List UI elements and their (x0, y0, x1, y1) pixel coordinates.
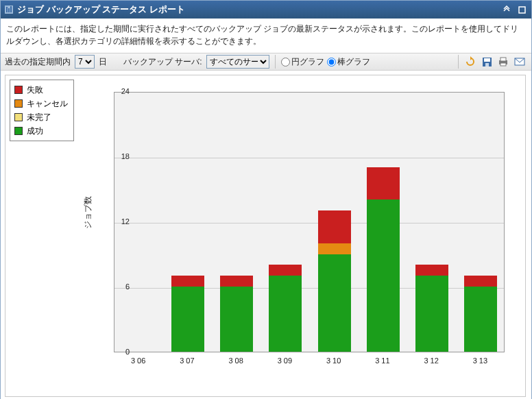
legend-swatch-success (14, 127, 23, 135)
bar-segment-fail (464, 276, 497, 287)
legend-item-incomplete: 未完了 (14, 110, 68, 124)
svg-rect-9 (500, 58, 506, 61)
bar-segment-cancel (318, 243, 351, 254)
legend: 失敗 キャンセル 未完了 成功 (10, 80, 74, 141)
bar-segment-success (220, 287, 253, 352)
email-icon[interactable] (513, 56, 526, 68)
svg-rect-6 (484, 58, 490, 62)
period-unit: 日 (99, 56, 107, 68)
chart-area: 失敗 キャンセル 未完了 成功 ジョブ数 06121824 3 063 073 (5, 75, 526, 397)
bar-segment-fail (415, 265, 448, 276)
x-tick-label: 3 06 (131, 356, 145, 365)
bar-radio-label[interactable]: 棒グラフ (327, 56, 370, 68)
x-tick-label: 3 13 (473, 356, 487, 365)
bar-segment-fail (318, 210, 351, 243)
y-axis-label: ジョブ数 (82, 196, 94, 229)
save-icon[interactable] (481, 56, 493, 68)
y-tick-label: 0 (102, 348, 130, 356)
bar-segment-fail (220, 276, 253, 287)
legend-item-fail: 失敗 (14, 83, 68, 97)
toolbar: 過去の指定期間内 7 日 バックアップ サーバ: すべてのサーバ 円グラフ 棒グ… (1, 53, 531, 71)
report-icon (5, 5, 13, 14)
report-description: このレポートには、指定した期間に実行されたすべてのバックアップ ジョブの最新ステ… (1, 19, 531, 53)
bar-segment-success (269, 276, 302, 352)
server-label: バックアップ サーバ: (123, 56, 202, 68)
bar-column (415, 265, 448, 352)
x-tick-label: 3 09 (278, 356, 292, 365)
pie-radio[interactable] (281, 58, 290, 66)
svg-rect-4 (519, 7, 525, 13)
svg-rect-3 (10, 6, 12, 12)
plot-area (114, 92, 505, 352)
pie-radio-label[interactable]: 円グラフ (281, 56, 324, 68)
bar-segment-success (464, 287, 497, 352)
bar-column (171, 276, 204, 352)
svg-rect-7 (485, 63, 489, 66)
period-label: 過去の指定期間内 (5, 56, 71, 68)
legend-swatch-fail (14, 86, 23, 94)
y-tick-label: 6 (102, 282, 130, 291)
maximize-icon[interactable] (516, 4, 527, 15)
x-tick-label: 3 07 (180, 356, 194, 365)
toolbar-separator-2 (458, 55, 459, 69)
bar-column (464, 276, 497, 352)
x-tick-label: 3 10 (326, 356, 341, 365)
x-tick-label: 3 08 (228, 356, 243, 365)
legend-label-incomplete: 未完了 (27, 112, 51, 123)
pie-radio-text: 円グラフ (291, 56, 324, 68)
bar-segment-success (367, 200, 400, 352)
chart-type-group: 円グラフ 棒グラフ (281, 56, 370, 68)
y-tick-label: 18 (102, 152, 130, 160)
svg-rect-1 (6, 7, 8, 12)
page-title: ジョブ バックアップ ステータス レポート (17, 3, 185, 16)
y-tick-label: 12 (102, 217, 130, 226)
svg-rect-2 (8, 8, 10, 12)
legend-swatch-cancel (14, 99, 23, 108)
legend-item-cancel: キャンセル (14, 97, 68, 110)
report-panel: ジョブ バックアップ ステータス レポート このレポートには、指定した期間に実行… (0, 0, 532, 399)
print-icon[interactable] (497, 56, 509, 68)
x-tick-label: 3 12 (424, 356, 438, 365)
bar-segment-success (318, 254, 351, 352)
legend-item-success: 成功 (14, 124, 68, 138)
toolbar-separator (275, 55, 276, 69)
server-select[interactable]: すべてのサーバ (206, 55, 269, 69)
bar-segment-fail (269, 265, 302, 276)
refresh-icon[interactable] (464, 56, 476, 68)
bar-segment-success (415, 276, 448, 352)
bar-column (367, 167, 400, 352)
bar-radio-text: 棒グラフ (337, 56, 370, 68)
x-tick-label: 3 11 (375, 356, 389, 365)
title-bar: ジョブ バックアップ ステータス レポート (1, 1, 531, 19)
legend-label-cancel: キャンセル (27, 98, 68, 110)
y-tick-label: 24 (102, 87, 130, 95)
legend-label-fail: 失敗 (27, 84, 43, 96)
legend-swatch-incomplete (14, 113, 23, 121)
period-select[interactable]: 7 (75, 55, 95, 69)
bar-segment-fail (171, 276, 204, 287)
bar-column (318, 210, 351, 352)
chart-container: 失敗 キャンセル 未完了 成功 ジョブ数 06121824 3 063 073 (1, 71, 531, 399)
bar-segment-fail (367, 167, 400, 200)
bar-segment-success (171, 287, 204, 352)
collapse-icon[interactable] (501, 4, 512, 15)
svg-rect-10 (500, 63, 506, 66)
legend-label-success: 成功 (27, 125, 43, 137)
bar-radio[interactable] (327, 58, 336, 66)
bar-column (220, 276, 253, 352)
bar-column (269, 265, 302, 352)
